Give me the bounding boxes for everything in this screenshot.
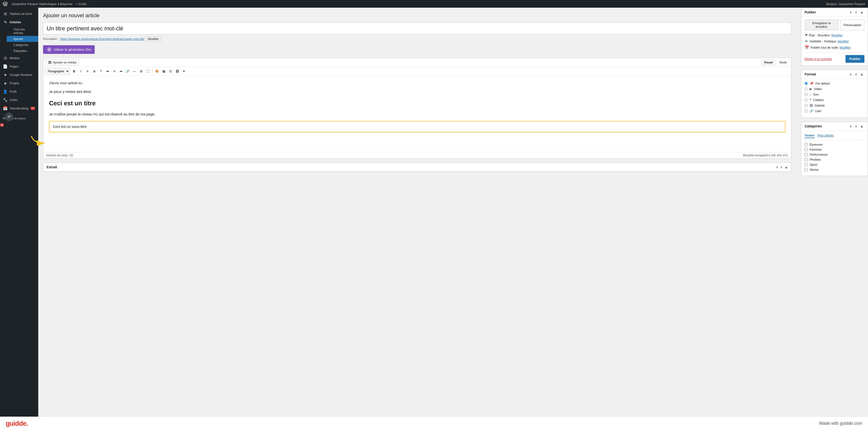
bold-button[interactable]: B bbox=[71, 68, 77, 74]
site-name[interactable]: Jacqueline Parayre Sophrologue à Bayonne bbox=[11, 2, 72, 6]
categories-metabox-header: Catégories ∧ ∨ ▲ bbox=[801, 122, 868, 131]
content-heading: Ceci est un titre bbox=[49, 98, 785, 109]
category-checkbox-epreuves[interactable] bbox=[805, 143, 808, 146]
publish-up-btn[interactable]: ∧ bbox=[849, 10, 853, 14]
publish-date-modify-link[interactable]: Modifier bbox=[840, 46, 850, 49]
content-paragraph-1: J'écris mon article ici . bbox=[49, 80, 785, 86]
more-tools-button[interactable]: ▾ bbox=[181, 68, 187, 74]
avatar-notification-badge: 39 bbox=[0, 123, 4, 127]
category-checkbox-sport[interactable] bbox=[805, 163, 808, 166]
add-media-button[interactable]: 🖼 Ajouter un média bbox=[46, 59, 79, 65]
extrait-close-button[interactable]: ▲ bbox=[784, 165, 788, 169]
article-title-input[interactable] bbox=[43, 23, 792, 34]
publish-button[interactable]: Publier bbox=[845, 55, 864, 63]
sidebar-item-media[interactable]: ⊟ Médias bbox=[0, 54, 38, 62]
category-checkbox-stress[interactable] bbox=[805, 168, 808, 171]
publish-metabox-body: Enregistrer le brouillon Prévisualiser ⚑… bbox=[801, 17, 868, 66]
category-phobies: Phobies bbox=[805, 158, 864, 161]
tools-icon: 🔧 bbox=[3, 98, 8, 102]
divi-generator-button[interactable]: D Utiliser le générateur Divi bbox=[43, 45, 95, 54]
categories-metabox-body: Toutes Plus utilisés Epreuves Femmes Per… bbox=[801, 131, 868, 176]
sidebar-item-pages[interactable]: 📄 Pages bbox=[0, 62, 38, 70]
align-center-button[interactable]: ≡ bbox=[111, 68, 117, 74]
extra-button[interactable]: ▦ bbox=[161, 68, 167, 74]
format-up-btn[interactable]: ∧ bbox=[849, 72, 853, 76]
editor-content[interactable]: J'écris mon article ici . Je peux y mett… bbox=[43, 76, 791, 152]
all-categories-tab[interactable]: Toutes bbox=[805, 134, 815, 138]
status-value: Brouillon bbox=[818, 33, 830, 37]
format-radio-lien[interactable] bbox=[805, 109, 808, 113]
publish-close-btn[interactable]: ▲ bbox=[859, 10, 864, 14]
format-radio-par-defaut[interactable] bbox=[805, 82, 808, 85]
permalink-bar: Permalien : https://parayre-sophrologue.… bbox=[43, 36, 792, 41]
used-categories-tab[interactable]: Plus utilisés bbox=[817, 134, 834, 138]
sidebar-item-add-article[interactable]: Ajouter bbox=[7, 36, 38, 42]
format-radio-son[interactable] bbox=[805, 93, 808, 96]
category-checkbox-performance[interactable] bbox=[805, 153, 808, 156]
sidebar-item-all-articles[interactable]: Tous les articles bbox=[7, 26, 38, 36]
extrait-header[interactable]: Extrait ∧ ∨ ▲ bbox=[43, 163, 791, 172]
format-close-btn[interactable]: ▲ bbox=[859, 72, 864, 76]
sidebar-item-profile[interactable]: 👤 Profil bbox=[0, 87, 38, 96]
status-modify-link[interactable]: Modifier bbox=[831, 33, 842, 37]
visibility-modify-link[interactable]: Modifier bbox=[838, 39, 849, 43]
ordered-list-button[interactable]: ≣ bbox=[91, 68, 97, 74]
teambooking-icon: 📅 bbox=[3, 106, 8, 111]
media-plus-icon: 🖼 bbox=[48, 61, 52, 64]
extrait-down-button[interactable]: ∨ bbox=[780, 165, 783, 169]
category-checkbox-phobies[interactable] bbox=[805, 158, 808, 161]
format-option-par-defaut: 📌 Par défaut bbox=[805, 82, 864, 85]
sidebar-item-tools[interactable]: 🔧 Outils bbox=[0, 96, 38, 104]
categories-close-btn[interactable]: ▲ bbox=[859, 124, 864, 128]
publish-down-btn[interactable]: ∨ bbox=[854, 10, 858, 14]
sidebar-item-articles[interactable]: ✎ Articles bbox=[0, 18, 38, 26]
create-link[interactable]: + Créer bbox=[76, 2, 87, 6]
align-right-button[interactable]: ➡ bbox=[118, 68, 124, 74]
video-icon: ▶ bbox=[810, 87, 812, 91]
image-toolbar-button[interactable]: 🖼 bbox=[174, 68, 180, 74]
subtitle-highlight-box[interactable]: Ceci est un sous-titre bbox=[49, 121, 785, 133]
format-radio-citation[interactable] bbox=[805, 98, 808, 102]
permalink-url[interactable]: https://parayre-sophrologue.fr/un-titre-… bbox=[60, 37, 145, 41]
link-button[interactable]: 🔗 bbox=[125, 68, 131, 74]
categories-up-btn[interactable]: ∧ bbox=[849, 124, 853, 128]
table-button[interactable]: ⊞ bbox=[138, 68, 144, 74]
autosave-status: Brouillon enregistré à 16h 10m 07s. bbox=[743, 154, 788, 157]
text-tab[interactable]: Texte bbox=[777, 60, 789, 65]
sidebar-item-teambooking[interactable]: 📅 TeamBooking 57 bbox=[0, 104, 38, 113]
color-button[interactable]: 🎨 bbox=[154, 68, 160, 74]
permalink-modify-button[interactable]: Modifier bbox=[146, 36, 161, 41]
align-left-button[interactable]: ⬅ bbox=[104, 68, 111, 74]
format-radio-video[interactable] bbox=[805, 87, 808, 90]
preview-button[interactable]: Prévisualiser bbox=[840, 20, 864, 30]
categories-title: Catégories bbox=[805, 124, 822, 128]
format-radio-galerie[interactable] bbox=[805, 104, 808, 107]
format-down-btn[interactable]: ∨ bbox=[854, 72, 858, 76]
sidebar-item-projects[interactable]: ◈ Projets bbox=[0, 79, 38, 87]
format-option-citation: ❝ Citation bbox=[805, 98, 864, 102]
guidde-bar: guidde. Made with guidde.com bbox=[0, 417, 868, 430]
admin-bar: Jacqueline Parayre Sophrologue à Bayonne… bbox=[0, 0, 868, 8]
extrait-up-button[interactable]: ∧ bbox=[776, 165, 778, 169]
unordered-list-button[interactable]: ≡ bbox=[85, 68, 91, 74]
publish-buttons-row: Enregistrer le brouillon Prévisualiser bbox=[805, 20, 864, 30]
more-tag-button[interactable]: — bbox=[131, 68, 137, 74]
categories-down-btn[interactable]: ∨ bbox=[854, 124, 858, 128]
sidebar-item-google-reviews[interactable]: ★ Google Reviews bbox=[0, 70, 38, 79]
paragraph-select[interactable]: Paragraphe Titre 1 Titre 2 Titre 3 bbox=[45, 68, 70, 74]
pages-icon: 📄 bbox=[3, 64, 8, 69]
user-avatar[interactable]: JP bbox=[5, 113, 13, 121]
italic-button[interactable]: I bbox=[78, 68, 84, 74]
categories-controls: ∧ ∨ ▲ bbox=[849, 124, 864, 128]
category-checkbox-femmes[interactable] bbox=[805, 148, 808, 151]
fullscreen-button[interactable]: ⛶ bbox=[145, 68, 151, 74]
save-draft-button[interactable]: Enregistrer le brouillon bbox=[805, 20, 839, 30]
sidebar-item-categories[interactable]: Catégories bbox=[7, 42, 38, 48]
trash-link[interactable]: Mettre à la corbeille bbox=[805, 57, 832, 61]
sidebar-item-dashboard[interactable]: ⊞ Tableau de bord bbox=[0, 9, 38, 18]
blockquote-button[interactable]: ❝ bbox=[98, 68, 104, 74]
sidebar-item-tags[interactable]: Étiquettes bbox=[7, 48, 38, 54]
special-char-button[interactable]: Ω bbox=[167, 68, 174, 74]
visual-tab[interactable]: Visuel bbox=[762, 60, 775, 65]
category-epreuves: Epreuves bbox=[805, 143, 864, 146]
